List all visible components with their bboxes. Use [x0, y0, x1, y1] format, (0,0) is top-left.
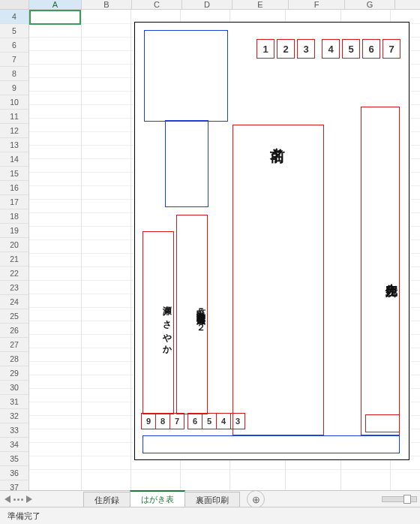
- new-sheet-button[interactable]: ⊕: [247, 490, 265, 508]
- recipient-name-box: 名前: [232, 125, 324, 435]
- row-header-32[interactable]: 32: [0, 409, 28, 423]
- recipient-zip-digit-5: 5: [342, 39, 360, 59]
- row-header-33[interactable]: 33: [0, 423, 28, 438]
- row-header-30[interactable]: 30: [0, 381, 28, 395]
- row-header-6[interactable]: 6: [0, 38, 28, 53]
- row-header-5[interactable]: 5: [0, 24, 28, 38]
- row-header-25[interactable]: 25: [0, 309, 28, 324]
- col-header-G[interactable]: G: [345, 0, 395, 9]
- recipient-zip-digit-6: 6: [362, 39, 380, 59]
- row-header-27[interactable]: 27: [0, 338, 28, 352]
- column-headers[interactable]: ABCDEFG: [0, 0, 420, 10]
- first-sheet-icon: [4, 495, 10, 503]
- row-headers[interactable]: 4567891011121314151617181920212223242526…: [0, 10, 29, 495]
- col-header-F[interactable]: F: [289, 0, 345, 9]
- row-header-15[interactable]: 15: [0, 167, 28, 181]
- sender-zip-digit-5: 5: [202, 413, 217, 429]
- col-header-E[interactable]: E: [232, 0, 289, 9]
- row-header-12[interactable]: 12: [0, 124, 28, 138]
- row-header-19[interactable]: 19: [0, 224, 28, 238]
- tab-scroll-slider[interactable]: [382, 496, 417, 502]
- row-header-14[interactable]: 14: [0, 152, 28, 167]
- row-header-35[interactable]: 35: [0, 452, 28, 466]
- row-header-11[interactable]: 11: [0, 110, 28, 124]
- sheet-tab-住所録[interactable]: 住所録: [83, 492, 130, 508]
- sender-address-text: 滋賀県樹佐市大海町５６ー２: [194, 309, 207, 326]
- stamp-outer-box: [144, 30, 228, 122]
- active-cell-cursor: [29, 10, 81, 25]
- sender-zip-digit-6: 4: [216, 413, 231, 429]
- row-header-22[interactable]: 22: [0, 267, 28, 281]
- sender-name-text: 瀬戸 さやか: [160, 298, 173, 352]
- sender-address-box: 滋賀県樹佐市大海町５６ー２: [176, 215, 208, 414]
- select-all-corner[interactable]: [0, 0, 29, 9]
- row-header-13[interactable]: 13: [0, 138, 28, 152]
- slider-knob[interactable]: [404, 495, 411, 504]
- row-header-34[interactable]: 34: [0, 438, 28, 452]
- row-header-31[interactable]: 31: [0, 395, 28, 409]
- row-header-20[interactable]: 20: [0, 238, 28, 252]
- row-header-18[interactable]: 18: [0, 209, 28, 224]
- recipient-address-placeholder: 宛先住所: [383, 270, 399, 276]
- sender-zip-digit-1: 9: [141, 413, 156, 429]
- row-header-10[interactable]: 10: [0, 95, 28, 110]
- worksheet: ABCDEFG 45678910111213141516171819202122…: [0, 0, 420, 490]
- row-header-16[interactable]: 16: [0, 181, 28, 195]
- sheet-tab-裏面印刷[interactable]: 裏面印刷: [184, 492, 240, 508]
- col-header-B[interactable]: B: [82, 0, 132, 9]
- row-header-21[interactable]: 21: [0, 252, 28, 267]
- sender-zip-digit-4: 6: [188, 413, 202, 429]
- recipient-zip-digit-2: 2: [277, 39, 295, 59]
- recipient-name-placeholder: 名前: [268, 136, 289, 137]
- sheet-tabs-bar: 住所録はがき表裏面印刷 ⊕: [0, 490, 420, 507]
- sender-zip-digit-7: 3: [230, 413, 245, 429]
- hagaki-canvas: 1234567 宛先住所 名前 滋賀県樹佐市大海町５６ー２ 瀬戸 さやか: [134, 22, 410, 460]
- recipient-address-box: 宛先住所: [361, 107, 400, 435]
- recipient-zip-digit-3: 3: [297, 39, 315, 59]
- bottom-small-box: [365, 414, 400, 432]
- status-bar: 準備完了: [0, 507, 420, 524]
- col-header-C[interactable]: C: [132, 0, 182, 9]
- col-header-D[interactable]: D: [182, 0, 232, 9]
- sender-name-box: 瀬戸 さやか: [142, 231, 174, 414]
- row-header-4[interactable]: 4: [0, 10, 28, 24]
- col-header-A[interactable]: A: [29, 0, 82, 9]
- row-header-23[interactable]: 23: [0, 281, 28, 295]
- recipient-zip-digit-7: 7: [382, 39, 400, 59]
- recipient-zip-digit-4: 4: [322, 39, 340, 59]
- svg-marker-1: [26, 495, 32, 503]
- nav-dots: [14, 498, 23, 501]
- status-text: 準備完了: [8, 510, 40, 522]
- sheet-tab-はがき表[interactable]: はがき表: [130, 490, 185, 507]
- tabs-host: 住所録はがき表裏面印刷: [83, 491, 239, 508]
- row-header-36[interactable]: 36: [0, 466, 28, 480]
- sender-zip-digit-2: 8: [155, 413, 170, 429]
- row-header-24[interactable]: 24: [0, 295, 28, 309]
- grid: 4567891011121314151617181920212223242526…: [0, 10, 420, 495]
- row-header-28[interactable]: 28: [0, 352, 28, 366]
- svg-marker-0: [4, 495, 10, 503]
- recipient-zip-digit-1: 1: [256, 39, 274, 59]
- bottom-wide-box: [142, 435, 400, 453]
- row-header-7[interactable]: 7: [0, 53, 28, 67]
- stamp-inner-box: [165, 120, 208, 207]
- sender-zip-digit-3: 7: [170, 413, 184, 429]
- row-header-29[interactable]: 29: [0, 366, 28, 381]
- row-header-9[interactable]: 9: [0, 81, 28, 95]
- row-header-8[interactable]: 8: [0, 67, 28, 81]
- sheet-nav-buttons[interactable]: [0, 495, 83, 503]
- row-header-26[interactable]: 26: [0, 324, 28, 338]
- cells-area[interactable]: 1234567 宛先住所 名前 滋賀県樹佐市大海町５６ー２ 瀬戸 さやか: [29, 10, 420, 495]
- row-header-17[interactable]: 17: [0, 195, 28, 209]
- last-sheet-icon: [26, 495, 32, 503]
